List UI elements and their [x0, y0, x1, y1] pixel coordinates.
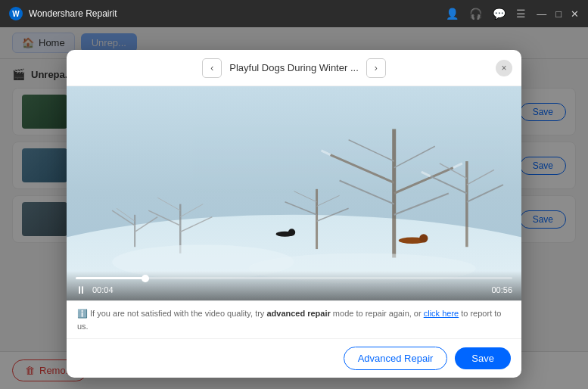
previous-button[interactable]: ‹ — [202, 58, 222, 78]
chevron-left-icon: ‹ — [210, 63, 213, 73]
window-controls: — □ ✕ — [537, 9, 579, 19]
headphone-icon[interactable]: 🎧 — [469, 8, 482, 20]
close-icon: × — [501, 63, 506, 73]
title-bar: W Wondershare Repairit 👤 🎧 💬 ☰ — □ ✕ — [0, 0, 588, 27]
maximize-button[interactable]: □ — [555, 9, 562, 19]
advanced-repair-button[interactable]: Advanced Repair — [344, 347, 448, 370]
app-body: 🏠 Home Unrep... 🎬 Unrepa... Video 1 Repa… — [0, 27, 588, 389]
controls-row: ⏸ 00:04 00:56 — [76, 284, 512, 296]
svg-point-36 — [419, 234, 428, 242]
total-time: 00:56 — [491, 285, 512, 294]
chevron-right-icon: › — [375, 63, 378, 73]
click-here-link[interactable]: click here — [424, 309, 459, 318]
user-icon[interactable]: 👤 — [446, 8, 459, 20]
preview-modal: ‹ Playful Dogs During Winter ... › × — [67, 50, 521, 378]
title-bar-left: W Wondershare Repairit — [9, 7, 117, 20]
title-bar-right: 👤 🎧 💬 ☰ — □ ✕ — [446, 8, 579, 20]
app-icon: W — [9, 7, 23, 20]
chat-icon[interactable]: 💬 — [493, 8, 506, 20]
modal-footer: Advanced Repair Save — [67, 338, 521, 378]
video-container[interactable]: ⏸ 00:04 00:56 — [67, 86, 521, 300]
modal-title: Playful Dogs During Winter ... — [229, 62, 359, 73]
video-scene: ⏸ 00:04 00:56 — [67, 86, 521, 300]
info-icon: ℹ️ — [77, 309, 88, 318]
app-title: Wondershare Repairit — [29, 8, 117, 19]
video-controls: ⏸ 00:04 00:56 — [67, 271, 521, 300]
progress-bar[interactable] — [76, 277, 512, 279]
modal-close-button[interactable]: × — [496, 60, 512, 76]
next-button[interactable]: › — [366, 58, 386, 78]
progress-fill — [76, 277, 145, 279]
advanced-repair-text: advanced repair — [266, 309, 330, 318]
current-time: 00:04 — [92, 285, 114, 294]
modal-save-button[interactable]: Save — [455, 347, 511, 369]
close-button[interactable]: ✕ — [571, 9, 579, 19]
progress-thumb — [142, 275, 149, 282]
minimize-button[interactable]: — — [537, 9, 546, 19]
info-bar: ℹ️ If you are not satisfied with the vid… — [67, 300, 521, 338]
winter-scene-svg — [67, 86, 521, 300]
info-text-end: mode to repair again, or — [331, 309, 424, 318]
menu-icon[interactable]: ☰ — [516, 8, 526, 20]
svg-point-34 — [288, 229, 295, 235]
info-text: If you are not satisfied with the video … — [90, 309, 266, 318]
pause-button[interactable]: ⏸ — [76, 284, 86, 296]
modal-header: ‹ Playful Dogs During Winter ... › × — [67, 50, 521, 86]
